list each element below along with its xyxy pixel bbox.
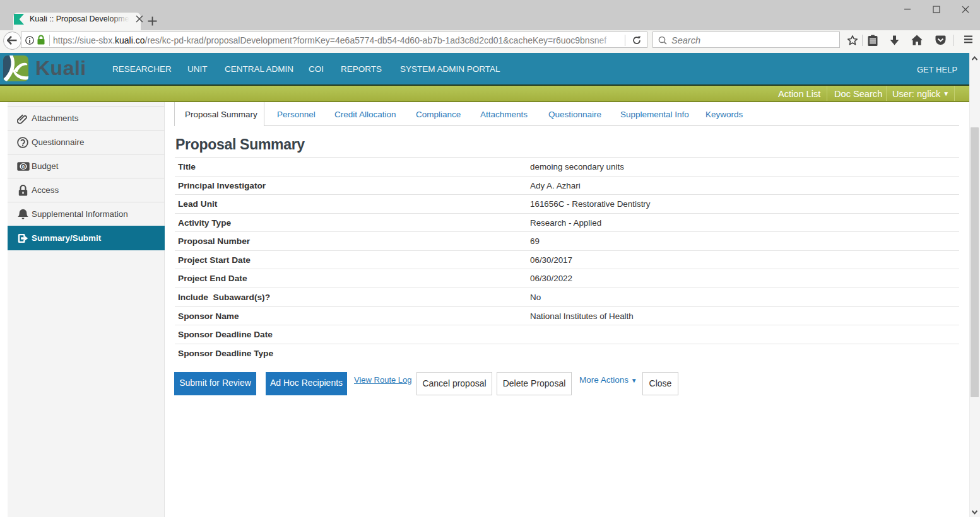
svg-text:0: 0 xyxy=(22,164,25,170)
